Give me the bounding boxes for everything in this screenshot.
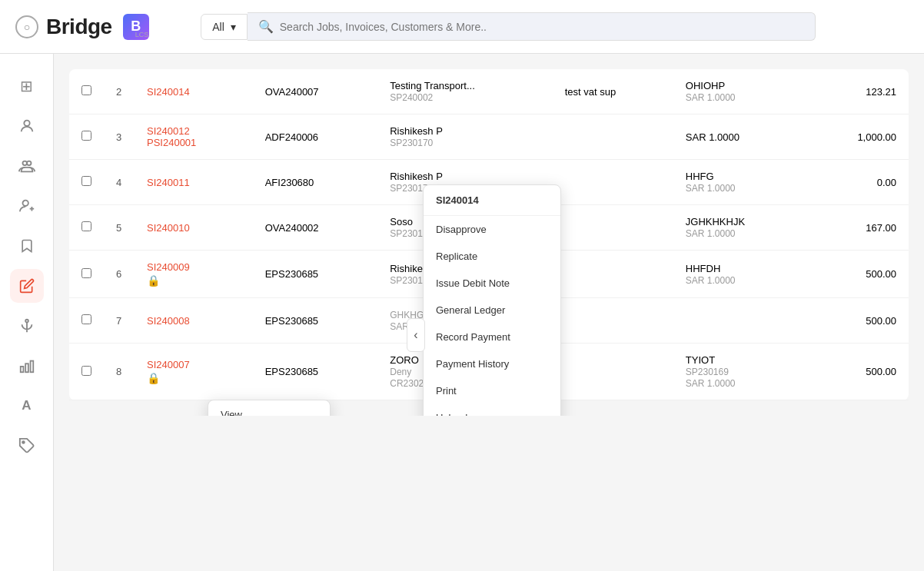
ref: TYIOTSP230169SAR 1.0000 [673, 344, 807, 400]
ref: JGHKHKHJKSAR 1.0000 [673, 205, 807, 251]
invoice-id[interactable]: SI240011 [135, 160, 253, 205]
svg-point-0 [24, 121, 29, 126]
invoice-id[interactable]: SI240010 [135, 205, 253, 251]
search-input[interactable] [280, 21, 804, 33]
svg-rect-6 [25, 364, 28, 372]
sidebar-item-chart[interactable] [10, 349, 44, 383]
table-container: 2 SI240014 OVA240007 Testing Transport..… [69, 69, 909, 400]
invoice-id[interactable]: SI240009 🔒 [135, 251, 253, 298]
ref: OHIOHPSAR 1.0000 [673, 69, 807, 115]
logo-text: Bridge [46, 15, 112, 39]
context-menu-replicate[interactable]: Replicate [424, 243, 560, 270]
sidebar: ⊞ A [0, 54, 54, 416]
filter-dropdown[interactable]: All ▾ [201, 14, 248, 40]
amount: 123.21 [807, 69, 909, 115]
logo-sub: LCS [135, 31, 149, 38]
row-checkbox[interactable] [81, 176, 91, 186]
row-checkbox[interactable] [81, 221, 91, 231]
sidebar-item-anchor[interactable] [10, 309, 44, 343]
amount: 167.00 [807, 205, 909, 251]
row-num: 8 [104, 344, 135, 400]
chevron-down-icon: ▾ [231, 21, 236, 33]
row-num: 5 [104, 205, 135, 251]
row-checkbox[interactable] [81, 268, 91, 278]
amount: 0.00 [807, 160, 909, 205]
invoice-id[interactable]: SI240007 🔒 [135, 344, 253, 400]
main-content: 2 SI240014 OVA240007 Testing Transport..… [54, 54, 924, 416]
logo-area: ○ Bridge B LCS [15, 14, 170, 40]
row-checkbox[interactable] [81, 85, 91, 95]
sidebar-item-person[interactable] [10, 109, 44, 143]
invoice-id[interactable]: SI240014 [135, 69, 253, 115]
context-menu-back-arrow[interactable]: ‹ [407, 318, 425, 352]
ref: HHFGSAR 1.0000 [673, 160, 807, 205]
row-num: 3 [104, 115, 135, 160]
context-menu-header: SI240014 [424, 185, 560, 216]
sidebar-item-add-person[interactable] [10, 189, 44, 223]
amount: 500.00 [807, 251, 909, 298]
svg-rect-5 [20, 367, 23, 372]
context-menu-payment-history[interactable]: Payment History [424, 350, 560, 377]
search-icon: 🔍 [258, 19, 274, 34]
amount: 500.00 [807, 344, 909, 400]
invoice-id[interactable]: SI240012 PSI240001 [135, 115, 253, 160]
row-checkbox[interactable] [81, 314, 91, 324]
ref: HHFDHSAR 1.0000 [673, 251, 807, 298]
sidebar-item-edit[interactable] [10, 269, 44, 303]
sidebar-item-grid[interactable]: ⊞ [10, 69, 44, 103]
order-id: OVA240007 [253, 69, 378, 115]
supplier: test vat sup [553, 69, 673, 115]
order-id: OVA240002 [253, 205, 378, 251]
row-num: 6 [104, 251, 135, 298]
home-icon[interactable]: ○ [15, 15, 38, 38]
order-id: AFI230680 [253, 160, 378, 205]
context-menu-issue-debit-note[interactable]: Issue Debit Note [424, 270, 560, 297]
sidebar-item-team[interactable] [10, 149, 44, 183]
customer: Testing Transport... SP240002 [377, 69, 552, 115]
row-num: 4 [104, 160, 135, 205]
context-menu-print[interactable]: Print [424, 377, 560, 404]
customer: Rishikesh P SP230170 [377, 115, 552, 160]
row-checkbox[interactable] [81, 131, 91, 141]
order-id: EPS230685 [253, 298, 378, 344]
row-checkbox[interactable] [81, 366, 91, 376]
context-menu-record-payment[interactable]: Record Payment [424, 324, 560, 350]
sidebar-item-font[interactable]: A [10, 389, 44, 416]
search-bar: All ▾ 🔍 [201, 12, 816, 41]
svg-point-3 [22, 201, 28, 206]
context-menu-general-ledger[interactable]: General Ledger [424, 297, 560, 324]
amount: 1,000.00 [807, 115, 909, 160]
header: ○ Bridge B LCS All ▾ 🔍 [0, 0, 924, 54]
sidebar-item-bookmark[interactable] [10, 229, 44, 263]
row-num: 2 [104, 69, 135, 115]
context-menu-disapprove[interactable]: Disapprove [424, 216, 560, 243]
svg-point-4 [25, 320, 28, 323]
order-id: ADF240006 [253, 115, 378, 160]
filter-label: All [212, 21, 224, 33]
search-input-wrap: 🔍 [248, 12, 816, 41]
table-row: 2 SI240014 OVA240007 Testing Transport..… [69, 69, 909, 115]
table-row: 3 SI240012 PSI240001 ADF240006 Rishikesh… [69, 115, 909, 160]
invoice-id[interactable]: SI240008 [135, 298, 253, 344]
svg-rect-7 [30, 361, 33, 373]
sub-menu-view[interactable]: View [208, 400, 330, 416]
context-menu: ‹ SI240014 Disapprove Replicate Issue De… [423, 184, 561, 416]
order-id: EPS230685 [253, 251, 378, 298]
sub-menu: View Correction [208, 400, 331, 416]
row-num: 7 [104, 298, 135, 344]
context-menu-upload[interactable]: Upload [424, 404, 560, 416]
ref: SAR 1.0000 [673, 115, 807, 160]
order-id: EPS230685 [253, 344, 378, 400]
svg-point-2 [27, 161, 32, 166]
amount: 500.00 [807, 298, 909, 344]
